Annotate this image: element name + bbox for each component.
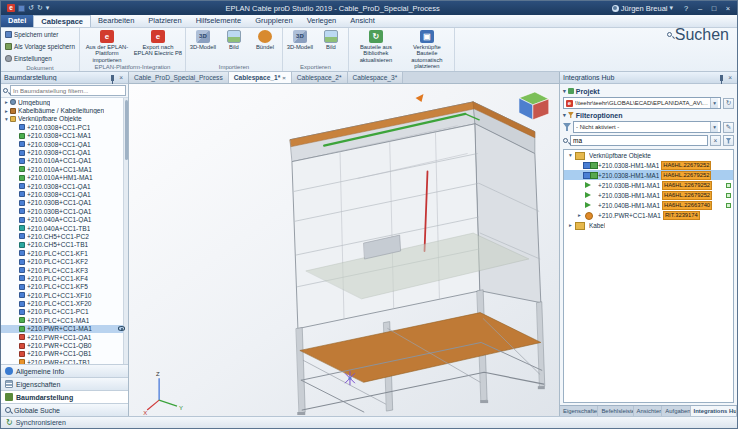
section-expander-icon[interactable]: ▾ [563, 112, 566, 118]
qat-dropdown-icon[interactable]: ▾ [46, 3, 50, 13]
export-3d-model-button[interactable]: 3D 3D-Modell [285, 29, 315, 63]
hub-tree-row[interactable]: +210.0308-HM1-MA1 HA6HL.22679252 [564, 160, 733, 170]
placed-checkbox[interactable] [726, 183, 731, 188]
tree-row[interactable]: +210.CH5+CC1-TB1 [1, 241, 128, 249]
tree-row[interactable]: +210.010A+CC1-MA1 [1, 165, 128, 173]
tree-filter-input[interactable] [10, 85, 126, 96]
tree-row[interactable]: +210.0308+CC1-QA1 [1, 182, 128, 190]
tree-row[interactable]: +210.0308+CC1-QA1 [1, 148, 128, 156]
ribbon-tab[interactable]: Hilfselemente [189, 15, 248, 27]
tree-row[interactable]: +210.PLC+CC1-KF1 [1, 249, 128, 257]
sync-icon[interactable]: ↻ [6, 418, 13, 428]
expander-icon[interactable] [3, 108, 10, 114]
project-section-header[interactable]: ▾ Projekt [563, 86, 734, 96]
tree-row[interactable]: +210.CH5+CC1-PC2 [1, 232, 128, 240]
document-tab[interactable]: Cablespace_3* × [348, 72, 404, 83]
user-dropdown-icon[interactable]: ▾ [669, 3, 673, 13]
tree-row[interactable]: +210.040A+CC1-TB1 [1, 224, 128, 232]
hub-search-input[interactable] [570, 135, 708, 146]
tree-row[interactable]: +210.PWR+CC1-TB1 [1, 358, 128, 364]
minimize-button[interactable]: – [693, 2, 707, 15]
pin-icon[interactable] [111, 75, 114, 81]
tree-row[interactable]: Kabelbäume / Kabelleitungen [1, 106, 128, 114]
expander-icon[interactable] [567, 152, 574, 158]
filter-select[interactable]: - Nicht aktiviert - ▾ [573, 121, 721, 133]
tree-row[interactable]: +210.010A+HM1-MA1 [1, 174, 128, 182]
sync-label[interactable]: Synchronisieren [16, 419, 66, 426]
auto-place-linked-parts-button[interactable]: ▣ Verknüpfte Bauteile automatisch platzi… [402, 29, 452, 70]
clear-search-button[interactable]: × [710, 135, 721, 146]
3d-viewport[interactable]: Z X Y [129, 84, 559, 416]
expander-icon[interactable] [576, 212, 583, 218]
view-cube[interactable] [519, 92, 549, 120]
export-image-button[interactable]: Bild [316, 29, 346, 63]
import-3d-model-button[interactable]: 3D 3D-Modell [188, 29, 218, 63]
tree-row[interactable]: +210.PLC+CC1-KF3 [1, 266, 128, 274]
hub-tree-row[interactable]: +210.030B-HM1-MA1 HA6HL.22679252 [564, 190, 733, 200]
eplan-import-button[interactable]: e Aus der EPLAN-Plattform importieren [82, 29, 132, 63]
left-panel-tab[interactable]: Allgemeine Info [1, 364, 128, 377]
scrollbar-thumb[interactable] [125, 100, 128, 160]
tree-row[interactable]: +210.PWR+CC1-MA1 [1, 325, 128, 333]
eplan-export-button[interactable]: e Export nach EPLAN Electric P8 [133, 29, 183, 63]
hub-tree-root[interactable]: Verknüpfbare Objekte [564, 150, 733, 160]
tree-row[interactable]: +210.PLC+CC1-PC1 [1, 308, 128, 316]
tree-row[interactable]: +210.0308+CC1-PC1 [1, 123, 128, 131]
project-select[interactable]: e \\teehr\teehr\GLOBAL\ECAD\EPLAN\DATA_A… [563, 97, 721, 109]
document-tab[interactable]: Cablespace_1* × [229, 72, 292, 83]
ribbon-tab[interactable]: Cablespace [33, 15, 91, 27]
close-button[interactable]: × [721, 2, 735, 15]
visibility-eye-icon[interactable] [118, 326, 125, 331]
expander-icon[interactable] [3, 99, 10, 105]
import-image-button[interactable]: Bild [219, 29, 249, 63]
tree-row[interactable]: +210.PLC+CC1-KF2 [1, 257, 128, 265]
tree-row[interactable]: +210.0308+CC1-QA1 [1, 190, 128, 198]
undo-icon[interactable]: ↺ [28, 3, 34, 13]
expander-icon[interactable] [567, 222, 574, 228]
section-expander-icon[interactable]: ▾ [563, 88, 566, 94]
tree-row[interactable]: +210.PWR+CC1-QA1 [1, 333, 128, 341]
help-button[interactable]: ? [679, 2, 693, 15]
right-panel-tab[interactable]: Befehlsleiste [598, 406, 633, 416]
ribbon-small-button[interactable]: Als Vorlage speichern [3, 41, 77, 52]
right-panel-tab[interactable]: Integrations Hub [691, 406, 737, 416]
panel-close-icon[interactable]: × [726, 72, 734, 83]
ribbon-tab[interactable]: Gruppieren [248, 15, 300, 27]
project-refresh-button[interactable]: ↻ [723, 98, 734, 109]
tree-row[interactable]: +210.PWR+CC1-QB0 [1, 341, 128, 349]
tree-row[interactable]: +210.PWR+CC1-QB1 [1, 350, 128, 358]
tree-row[interactable]: +210.030B+CC1-QA1 [1, 207, 128, 215]
ribbon-small-button[interactable]: Einstellungen [3, 53, 77, 64]
hub-tree-row[interactable]: +210.030B-HM1-MA1 HA6HL.22679252 [564, 180, 733, 190]
tree-row[interactable]: Verknüpfbare Objekte [1, 115, 128, 123]
apply-filter-button[interactable] [723, 135, 734, 146]
project-dropdown-icon[interactable]: ▾ [710, 98, 718, 108]
pin-icon[interactable] [720, 75, 723, 81]
tree-row[interactable]: +210.030B+CC1-QA1 [1, 199, 128, 207]
tree-row[interactable]: +210.040A+CC1-QA1 [1, 215, 128, 223]
left-panel-tab[interactable]: Eigenschaften [1, 377, 128, 390]
placed-checkbox[interactable] [726, 193, 731, 198]
tree-row[interactable]: +210.PLC+CC1-MA1 [1, 316, 128, 324]
tree-row[interactable]: +210.0308+CC1-MA1 [1, 132, 128, 140]
tree-scrollbar[interactable] [123, 98, 128, 364]
quick-save-icon[interactable] [18, 5, 25, 12]
machine-model[interactable] [290, 94, 544, 415]
left-panel-tab[interactable]: Baumdarstellung [1, 390, 128, 403]
update-parts-from-library-button[interactable]: ↻ Bauteile aus Bibliothek aktualisieren [351, 29, 401, 70]
tree-row[interactable]: +210.010A+CC1-QA1 [1, 157, 128, 165]
maximize-button[interactable]: □ [707, 2, 721, 15]
ribbon-search[interactable]: Suchen [659, 28, 737, 41]
tree-row[interactable]: Umgebung [1, 98, 128, 106]
hub-tree-kabel[interactable]: Kabel [564, 220, 733, 230]
tree-row[interactable]: +210.0308+CC1-QA1 [1, 140, 128, 148]
ribbon-tab[interactable]: Ansicht [343, 15, 382, 27]
3d-scene[interactable]: Z X Y [129, 84, 559, 416]
ribbon-tab[interactable]: Verlegen [300, 15, 344, 27]
tree-row[interactable]: +210.PLC+CC1-KF4 [1, 274, 128, 282]
ribbon-small-button[interactable]: Speichern unter [3, 29, 77, 40]
panel-close-icon[interactable]: × [117, 72, 125, 83]
tree-row[interactable]: +210.PLC+CC1-XF10 [1, 291, 128, 299]
expander-icon[interactable] [3, 116, 10, 122]
hub-tree-row[interactable]: +210.PWR+CC1-MA1 RIT.3239174 [564, 210, 733, 220]
